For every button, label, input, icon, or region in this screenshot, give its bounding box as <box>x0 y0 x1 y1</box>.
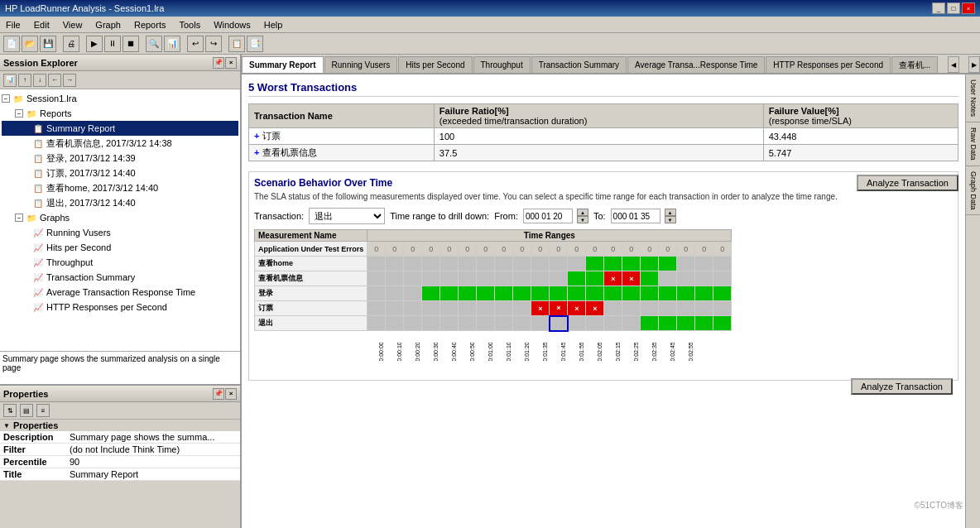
grid-cell-5-5[interactable] <box>459 316 477 331</box>
props-sort-btn[interactable]: ⇅ <box>3 404 17 417</box>
grid-cell-4-13[interactable] <box>604 301 622 316</box>
explorer-pin-btn[interactable]: 📌 <box>213 57 224 69</box>
tree-root[interactable]: − 📁 Session1.lra <box>2 91 238 106</box>
reports-expand[interactable]: − <box>15 109 23 118</box>
grid-cell-1-9[interactable] <box>531 257 550 271</box>
grid-cell-4-8[interactable] <box>513 301 531 316</box>
toolbar-icon9[interactable]: 📑 <box>247 36 263 52</box>
menu-file[interactable]: File <box>3 19 23 31</box>
grid-cell-3-17[interactable] <box>677 286 695 301</box>
exp-btn5[interactable]: → <box>63 74 76 87</box>
grid-cell-2-8[interactable] <box>513 271 531 286</box>
grid-cell-3-15[interactable] <box>641 286 659 301</box>
grid-cell-3-18[interactable] <box>695 286 713 301</box>
grid-cell-1-12[interactable] <box>586 257 604 271</box>
grid-cell-2-5[interactable] <box>459 271 477 286</box>
tree-graph-6[interactable]: 📈 HTTP Responses per Second <box>2 300 238 314</box>
grid-cell-5-12[interactable] <box>586 316 604 331</box>
raw-data-panel[interactable]: Raw Data <box>966 122 980 166</box>
menu-graph[interactable]: Graph <box>93 19 123 31</box>
grid-cell-2-2[interactable] <box>404 271 422 286</box>
grid-cell-1-8[interactable] <box>513 257 531 271</box>
grid-cell-5-16[interactable] <box>659 316 677 331</box>
grid-cell-0-6[interactable]: 0 <box>477 242 495 257</box>
grid-cell-5-3[interactable] <box>422 316 440 331</box>
tree-summary-report[interactable]: 📋 Summary Report <box>2 121 238 136</box>
grid-cell-2-14[interactable]: × <box>622 271 641 286</box>
grid-cell-4-6[interactable] <box>477 301 495 316</box>
grid-cell-1-11[interactable] <box>568 257 586 271</box>
grid-cell-0-8[interactable]: 0 <box>513 242 531 257</box>
grid-cell-4-11[interactable]: × <box>568 301 586 316</box>
grid-cell-2-9[interactable] <box>531 271 550 286</box>
tab-hits-per-second[interactable]: Hits per Second <box>398 56 472 73</box>
tab-check[interactable]: 查看机... <box>891 56 938 73</box>
grid-cell-4-4[interactable] <box>440 301 459 316</box>
grid-cell-1-19[interactable] <box>713 257 732 271</box>
grid-cell-1-14[interactable] <box>622 257 641 271</box>
grid-cell-3-4[interactable] <box>440 286 459 301</box>
grid-cell-1-6[interactable] <box>477 257 495 271</box>
grid-cell-2-10[interactable] <box>550 271 568 286</box>
grid-cell-2-11[interactable] <box>568 271 586 286</box>
grid-cell-0-1[interactable]: 0 <box>386 242 404 257</box>
tree-report-3[interactable]: 📋 订票, 2017/3/12 14:40 <box>2 166 238 180</box>
grid-cell-4-7[interactable] <box>495 301 513 316</box>
minimize-btn[interactable]: _ <box>932 2 945 14</box>
grid-cell-3-6[interactable] <box>477 286 495 301</box>
menu-windows[interactable]: Windows <box>211 19 253 31</box>
from-input[interactable] <box>523 209 573 223</box>
grid-cell-4-15[interactable] <box>641 301 659 316</box>
grid-cell-2-12[interactable] <box>586 271 604 286</box>
maximize-btn[interactable]: □ <box>947 2 960 14</box>
tab-http-responses[interactable]: HTTP Responses per Second <box>766 56 891 73</box>
grid-cell-2-16[interactable] <box>659 271 677 286</box>
tree-report-5[interactable]: 📋 退出, 2017/3/12 14:40 <box>2 195 238 210</box>
from-up[interactable]: ▲ <box>577 209 588 216</box>
grid-cell-1-15[interactable] <box>641 257 659 271</box>
grid-cell-5-15[interactable] <box>641 316 659 331</box>
tree-graph-5[interactable]: 📈 Average Transaction Response Time <box>2 285 238 300</box>
from-spin[interactable]: ▲ ▼ <box>577 209 588 223</box>
grid-cell-4-17[interactable] <box>677 301 695 316</box>
grid-cell-1-7[interactable] <box>495 257 513 271</box>
grid-cell-5-1[interactable] <box>386 316 404 331</box>
tree-reports[interactable]: − 📁 Reports <box>2 106 238 121</box>
grid-cell-2-13[interactable]: × <box>604 271 622 286</box>
tab-throughput[interactable]: Throughput <box>473 56 531 73</box>
grid-cell-1-17[interactable] <box>677 257 695 271</box>
grid-cell-5-13[interactable] <box>604 316 622 331</box>
grid-cell-4-16[interactable] <box>659 301 677 316</box>
menu-edit[interactable]: Edit <box>31 19 52 31</box>
grid-cell-1-10[interactable] <box>550 257 568 271</box>
toolbar-icon6[interactable]: ↩ <box>187 36 204 52</box>
tab-avg-response[interactable]: Average Transa...Response Time <box>627 56 765 73</box>
grid-cell-3-10[interactable] <box>550 286 568 301</box>
grid-cell-2-17[interactable] <box>677 271 695 286</box>
tree-graph-3[interactable]: 📈 Throughput <box>2 255 238 270</box>
expand-plus-0[interactable]: + <box>254 131 259 141</box>
grid-cell-3-11[interactable] <box>568 286 586 301</box>
grid-cell-3-12[interactable] <box>586 286 604 301</box>
to-spin[interactable]: ▲ ▼ <box>665 209 676 223</box>
grid-cell-0-15[interactable]: 0 <box>641 242 659 257</box>
tab-scroll-right[interactable]: ▶ <box>968 56 980 73</box>
grid-cell-2-7[interactable] <box>495 271 513 286</box>
tree-report-2[interactable]: 📋 登录, 2017/3/12 14:39 <box>2 151 238 166</box>
exp-btn1[interactable]: 📊 <box>3 74 17 87</box>
to-input[interactable] <box>611 209 661 223</box>
grid-cell-3-16[interactable] <box>659 286 677 301</box>
toolbar-icon8[interactable]: 📋 <box>228 36 245 52</box>
grid-cell-3-7[interactable] <box>495 286 513 301</box>
grid-cell-3-19[interactable] <box>713 286 732 301</box>
grid-cell-5-6[interactable] <box>477 316 495 331</box>
tree-graph-2[interactable]: 📈 Hits per Second <box>2 240 238 255</box>
explorer-close-btn[interactable]: × <box>225 57 237 69</box>
grid-cell-5-18[interactable] <box>695 316 713 331</box>
grid-cell-0-19[interactable]: 0 <box>713 242 732 257</box>
graph-data-panel[interactable]: Graph Data <box>966 166 980 216</box>
grid-cell-5-7[interactable] <box>495 316 513 331</box>
exp-btn3[interactable]: ↓ <box>33 74 46 87</box>
grid-cell-0-14[interactable]: 0 <box>622 242 641 257</box>
grid-cell-5-17[interactable] <box>677 316 695 331</box>
